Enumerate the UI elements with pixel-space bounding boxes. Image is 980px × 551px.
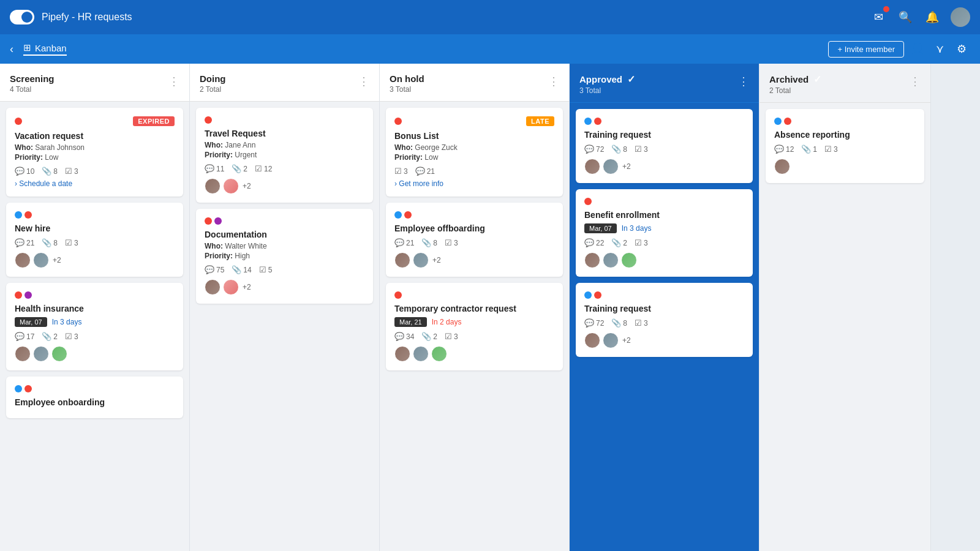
settings-icon[interactable]: ⚙	[953, 40, 970, 58]
col-menu-onhold[interactable]: ⋮	[548, 75, 559, 88]
stat-value: 8	[53, 167, 58, 176]
stat-icon: 💬	[415, 167, 425, 176]
card-top-row	[394, 211, 554, 219]
invite-member-button[interactable]: + Invite member	[828, 41, 904, 58]
stat-icon: 💬	[205, 164, 214, 173]
stat-icon: 📎	[801, 144, 811, 154]
dot-blue	[584, 291, 592, 299]
stat-value: 8	[623, 145, 627, 154]
card-avatar	[223, 178, 239, 194]
stat-item: ☑3	[445, 238, 458, 247]
col-menu-archived[interactable]: ⋮	[910, 75, 921, 88]
card-avatar	[205, 178, 221, 194]
card-avatar	[413, 346, 429, 362]
dot-blue	[15, 211, 22, 219]
col-title-approved: Approved✓	[579, 73, 635, 85]
card-footer: +2	[584, 332, 744, 348]
col-subtitle-archived: 2 Total	[769, 86, 821, 95]
stat-value: 1	[813, 145, 817, 154]
date-in: In 2 days	[432, 318, 462, 326]
logo-toggle[interactable]	[10, 10, 34, 24]
bell-icon[interactable]: 🔔	[924, 9, 941, 26]
stat-value: 3	[454, 239, 458, 247]
card-dots	[15, 211, 32, 219]
stat-item: 💬34	[394, 332, 414, 341]
stat-icon: 📎	[611, 238, 621, 247]
card-bonuslist[interactable]: LATEBonus ListWho: George ZuckPriority: …	[386, 108, 563, 197]
stat-value: 8	[623, 319, 627, 328]
stat-item: 💬75	[205, 265, 224, 274]
card-benefitenrollment[interactable]: Benefit enrollmentMar, 07In 3 days💬22📎2☑…	[576, 189, 753, 277]
person-icon[interactable]: 👤	[909, 40, 926, 58]
card-avatar	[584, 252, 600, 268]
card-stats: 💬10📎8☑3	[15, 167, 175, 176]
card-who: Who: Jane Ann	[205, 141, 364, 149]
stat-value: 75	[216, 266, 224, 274]
card-priority: Priority: High	[205, 252, 364, 260]
stat-icon: 📎	[42, 238, 51, 247]
back-button[interactable]: ‹	[10, 43, 13, 56]
col-menu-approved[interactable]: ⋮	[738, 75, 749, 88]
dot-red	[15, 118, 22, 125]
card-footer	[15, 346, 175, 362]
stat-item: 💬21	[415, 167, 435, 176]
avatar-count: +2	[622, 162, 631, 171]
card-stats: 💬21📎8☑3	[394, 238, 554, 247]
card-employeeonboarding[interactable]: Employee onboarding	[6, 377, 183, 418]
dot-red	[404, 211, 412, 219]
stat-icon: ☑	[445, 332, 452, 341]
stat-icon: 📎	[421, 332, 431, 341]
stat-icon: 💬	[774, 144, 784, 154]
stat-icon: 💬	[15, 332, 24, 341]
card-tempcontractor[interactable]: Temporary contractor requestMar, 21In 2 …	[386, 283, 563, 370]
col-title-onhold: On hold	[390, 73, 424, 84]
card-dots	[584, 118, 601, 125]
card-footer: +2	[205, 279, 364, 295]
stat-item: 📎2	[611, 238, 627, 247]
stat-icon: 📎	[611, 318, 621, 328]
card-stats: ☑3💬21	[394, 167, 554, 176]
card-dots	[774, 118, 791, 125]
card-footer	[774, 159, 916, 174]
filter-icon[interactable]: ⋎	[931, 40, 948, 58]
card-avatar	[603, 159, 619, 174]
stat-value: 2	[623, 239, 627, 247]
search-icon[interactable]: 🔍	[897, 9, 914, 26]
stat-value: 3	[834, 145, 838, 154]
stat-item: ☑5	[259, 265, 273, 274]
card-dots	[584, 291, 601, 299]
col-menu-screening[interactable]: ⋮	[168, 75, 179, 88]
card-priority: Priority: Low	[15, 153, 175, 162]
card-badge: EXPIRED	[133, 116, 175, 126]
schedule-link[interactable]: › Schedule a date	[15, 179, 175, 188]
card-avatar	[413, 252, 429, 268]
dot-red	[584, 198, 592, 205]
card-vacation[interactable]: EXPIREDVacation requestWho: Sarah Johnso…	[6, 108, 183, 197]
user-avatar[interactable]	[951, 7, 970, 27]
stat-icon: 📎	[42, 167, 51, 176]
column-archived: Archived✓2 Total⋮Absence reporting💬12📎1☑…	[760, 64, 931, 551]
card-employeeoffboarding[interactable]: Employee offboarding💬21📎8☑3+2	[386, 203, 563, 277]
card-dots	[394, 118, 402, 125]
stat-value: 3	[644, 145, 648, 154]
card-stats: 💬22📎2☑3	[584, 238, 744, 247]
get-more-link[interactable]: › Get more info	[394, 179, 554, 188]
sub-nav: ‹ ⊞ Kanban + Invite member 👤 ⋎ ⚙	[0, 34, 980, 64]
card-absencereporting[interactable]: Absence reporting💬12📎1☑3	[766, 109, 924, 183]
stat-icon: ☑	[255, 164, 262, 173]
cards-archived: Absence reporting💬12📎1☑3	[760, 103, 930, 551]
stat-value: 12	[264, 165, 272, 173]
card-trainingrequest1[interactable]: Training request💬72📎8☑3+2	[576, 109, 753, 183]
card-trainingrequest2[interactable]: Training request💬72📎8☑3+2	[576, 283, 753, 357]
card-newhire[interactable]: New hire💬21📎8☑3+2	[6, 203, 183, 277]
stat-icon: 📎	[232, 265, 241, 274]
card-footer	[394, 346, 554, 362]
check-icon-archived: ✓	[813, 73, 821, 85]
card-travelrequest[interactable]: Travel RequestWho: Jane AnnPriority: Urg…	[196, 108, 373, 203]
kanban-tab[interactable]: ⊞ Kanban	[23, 42, 67, 56]
card-documentation[interactable]: DocumentationWho: Walter WhitePriority: …	[196, 209, 373, 304]
messages-icon[interactable]: ✉	[870, 9, 887, 26]
col-menu-doing[interactable]: ⋮	[358, 75, 369, 88]
stat-item: 📎8	[611, 318, 627, 328]
card-healthinsurance[interactable]: Health insuranceMar, 07In 3 days💬17📎2☑3	[6, 283, 183, 370]
